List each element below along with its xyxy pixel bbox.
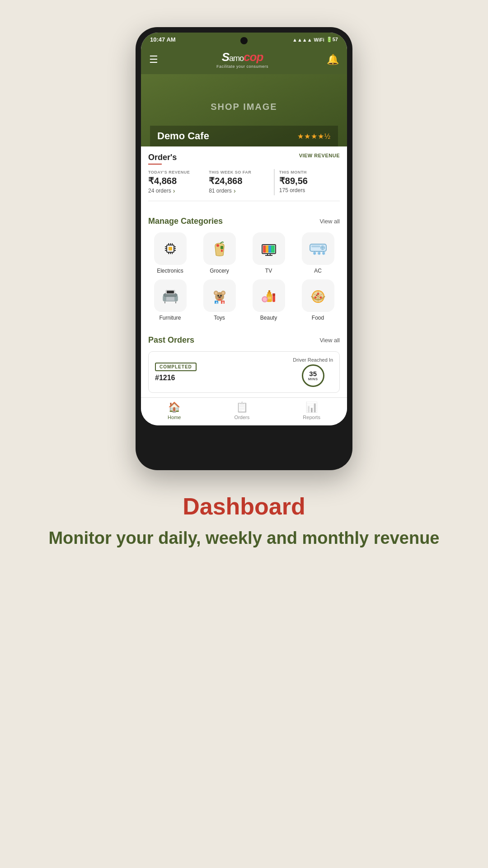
svg-point-50 <box>219 297 220 297</box>
svg-text:A: A <box>216 301 218 304</box>
orders-divider <box>148 201 340 201</box>
revenue-amount-today: ₹4,868 <box>148 175 209 186</box>
svg-rect-39 <box>167 291 174 293</box>
phone-shell: 10:47 AM ▲▲▲▲ WiFi 🔋57 ☰ Samocop Facilit… <box>136 27 352 470</box>
nav-orders[interactable]: 📋 Orders <box>235 401 250 420</box>
svg-text:❄: ❄ <box>322 251 325 256</box>
beauty-label: Beauty <box>260 315 277 321</box>
svg-rect-60 <box>272 296 275 302</box>
orders-title-group: Order's <box>148 153 177 165</box>
furniture-icon <box>154 279 187 312</box>
toys-label: Toys <box>214 315 225 321</box>
tv-icon <box>253 232 285 265</box>
bell-icon[interactable]: 🔔 <box>327 54 339 66</box>
shop-image-label: SHOP IMAGE <box>211 102 277 112</box>
category-food[interactable]: Food <box>296 279 340 321</box>
svg-rect-27 <box>311 245 320 247</box>
revenue-label-month: THIS MONTH <box>279 170 340 175</box>
revenue-col-today: TODAY'S REVENUE ₹4,868 24 orders › <box>148 167 209 197</box>
revenue-orders-today: 24 orders › <box>148 187 209 194</box>
categories-view-all[interactable]: View all <box>319 218 340 225</box>
svg-point-48 <box>220 295 222 297</box>
phone-screen: 10:47 AM ▲▲▲▲ WiFi 🔋57 ☰ Samocop Facilit… <box>141 33 347 425</box>
svg-point-73 <box>316 295 317 296</box>
svg-rect-16 <box>221 250 223 252</box>
orders-underline <box>148 164 162 165</box>
past-orders-title: Past Orders <box>148 335 194 345</box>
revenue-amount-week: ₹24,868 <box>209 175 269 186</box>
revenue-label-week: THIS WEEK SO FAR <box>209 170 269 175</box>
caption-title: Dashboard <box>36 493 452 520</box>
logo-tagline: Facilitate your consumers <box>216 64 268 69</box>
time-number: 35 <box>309 370 317 377</box>
completed-badge: COMPLETED <box>155 363 197 371</box>
svg-text:❄: ❄ <box>317 251 321 256</box>
svg-rect-19 <box>263 245 266 253</box>
nav-reports-label: Reports <box>303 415 320 420</box>
categories-section: Manage Categories View all <box>141 209 347 326</box>
toys-icon: A B <box>203 279 236 312</box>
app-header: ☰ Samocop Facilitate your consumers 🔔 <box>141 46 347 74</box>
shop-name: Demo Cafe <box>157 130 209 142</box>
svg-point-51 <box>220 297 221 297</box>
svg-rect-61 <box>272 293 275 296</box>
category-grocery[interactable]: Grocery <box>197 232 241 274</box>
nav-reports[interactable]: 📊 Reports <box>303 401 320 420</box>
shop-name-row: Demo Cafe ★★★★½ <box>150 126 338 146</box>
categories-title: Manage Categories <box>148 217 223 226</box>
svg-point-14 <box>216 244 219 247</box>
tv-label: TV <box>265 268 272 274</box>
signal-icon: ▲▲▲▲ <box>292 37 312 42</box>
svg-point-49 <box>218 297 221 298</box>
orders-count-month: 175 orders <box>279 187 305 193</box>
grocery-label: Grocery <box>210 268 229 274</box>
svg-rect-1 <box>169 247 172 250</box>
svg-rect-15 <box>221 246 223 249</box>
time-circle: 35 MINS <box>302 364 324 387</box>
orders-count-today: 24 orders <box>148 188 171 194</box>
orders-title: Order's <box>148 153 177 162</box>
category-ac[interactable]: ❄ ❄ ❄ AC <box>296 232 340 274</box>
order-card[interactable]: COMPLETED #1216 Driver Reached In 35 MIN… <box>148 351 340 393</box>
driver-info: Driver Reached In 35 MINS <box>293 357 333 387</box>
svg-text:❄: ❄ <box>313 251 316 256</box>
star-rating: ★★★★½ <box>297 132 331 141</box>
categories-header: Manage Categories View all <box>148 217 340 226</box>
status-icons: ▲▲▲▲ WiFi 🔋57 <box>292 37 338 42</box>
camera-notch <box>240 37 248 44</box>
ac-label: AC <box>314 268 322 274</box>
category-tv[interactable]: TV <box>247 232 291 274</box>
caption-subtitle: Monitor your daily, weekly and monthly r… <box>36 527 452 549</box>
nav-home-label: Home <box>168 415 181 420</box>
time-unit: MINS <box>308 377 318 381</box>
category-electronics[interactable]: Electronics <box>148 232 192 274</box>
hamburger-icon[interactable]: ☰ <box>149 54 158 66</box>
svg-rect-58 <box>268 290 270 292</box>
category-furniture[interactable]: Furniture <box>148 279 192 321</box>
grocery-icon <box>203 232 236 265</box>
nav-home[interactable]: 🏠 Home <box>168 401 181 420</box>
category-beauty[interactable]: Beauty <box>247 279 291 321</box>
revenue-orders-month: 175 orders <box>279 187 340 193</box>
logo-samo: Samo <box>222 50 244 64</box>
svg-point-46 <box>222 292 225 294</box>
svg-rect-20 <box>266 245 268 253</box>
orders-header: Order's VIEW REVENUE <box>148 153 340 165</box>
svg-rect-59 <box>267 297 271 299</box>
revenue-orders-week: 81 orders › <box>209 187 269 194</box>
view-revenue-button[interactable]: VIEW REVENUE <box>299 153 340 158</box>
orders-icon: 📋 <box>236 401 248 413</box>
shop-banner: SHOP IMAGE Demo Cafe ★★★★½ <box>141 74 347 146</box>
orders-count-week: 81 orders <box>209 188 232 194</box>
svg-point-69 <box>317 293 319 295</box>
past-orders-view-all[interactable]: View all <box>319 337 340 344</box>
svg-point-63 <box>263 297 267 301</box>
order-card-left: COMPLETED #1216 <box>155 362 197 382</box>
category-toys[interactable]: A B Toys <box>197 279 241 321</box>
order-number: #1216 <box>155 374 197 382</box>
reports-icon: 📊 <box>305 401 318 413</box>
svg-rect-21 <box>268 245 271 253</box>
battery-icon: 🔋57 <box>326 37 338 42</box>
electronics-label: Electronics <box>157 268 183 274</box>
logo-container: Samocop Facilitate your consumers <box>216 50 268 69</box>
